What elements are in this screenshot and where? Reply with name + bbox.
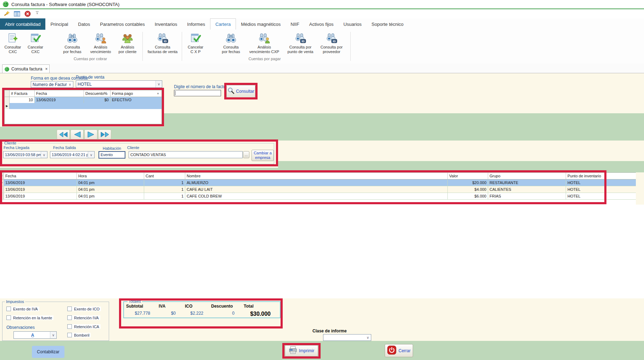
column-header-forma-pago[interactable]: Forma pago: [111, 90, 157, 97]
column-header-valor[interactable]: Valor: [448, 173, 488, 179]
ribbon-button-analisis-vencimiento-cxp[interactable]: Análisis vencimiento CXP: [246, 31, 283, 57]
observaciones-select[interactable]: A̲ ∨: [13, 331, 57, 339]
tab-medios-magneticos[interactable]: Médios magnéticos: [236, 18, 286, 30]
tab-niif[interactable]: NIIF: [286, 18, 304, 30]
invoice-grid[interactable]: # Factura Fecha Descuento% Forma pago ▲ …: [4, 90, 162, 124]
detail-row[interactable]: 13/06/2019 04:01 pm 1 CAFE COLD BREW $6.…: [0, 193, 636, 200]
ribbon-group-divider: [350, 32, 351, 61]
checkbox-retencion-en-la-fuente[interactable]: Retención en la fuente: [6, 315, 53, 320]
tab-datos[interactable]: Datos: [73, 18, 95, 30]
invoice-row-empty[interactable]: ▶: [5, 103, 162, 109]
column-header-punto[interactable]: Punto de inventario: [566, 173, 635, 179]
tab-usuarios[interactable]: Usuarios: [338, 18, 366, 30]
fecha-llegada-picker[interactable]: 13/06/2019 03:58 pm ∨: [3, 151, 47, 158]
chevron-down-icon: ∨: [50, 332, 56, 338]
ribbon-button-analisis-vencimiento[interactable]: Análisis vencimiento: [86, 31, 115, 57]
ribbon-group-label-cuentas-por-pagar: Cuentas por pagar: [235, 57, 295, 61]
cliente-browse-button[interactable]: ...: [243, 151, 249, 158]
ribbon-button-consulta-facturas-de-venta[interactable]: ID Consulta facturas de venta: [144, 31, 181, 57]
detail-row[interactable]: 13/06/2019 04:01 pm 1 CAFE AU LAIT $4.00…: [0, 186, 636, 193]
text-caret: [175, 91, 175, 95]
detail-table[interactable]: ✳ Fecha Hora Cant Nombre Valor Grupo Pun…: [0, 172, 636, 205]
ribbon-button-cancelar-cxc[interactable]: Cancelar CXC: [25, 31, 46, 57]
detail-row[interactable]: ▶ 13/06/2019 04:01 pm 1 ALMUERZO $20.000…: [0, 179, 636, 186]
habitacion-input[interactable]: Evento: [98, 151, 125, 159]
totales-group-label: Totales: [128, 299, 142, 303]
column-header-nombre[interactable]: Nombre: [185, 173, 448, 179]
title-bar: Consulta factura - Software contable (SO…: [0, 0, 644, 9]
column-header-hora[interactable]: Hora: [77, 173, 144, 179]
sort-asc-icon[interactable]: ▲: [157, 90, 162, 97]
checkbox-bomberil[interactable]: Bomberil: [67, 333, 91, 337]
tab-informes[interactable]: Informes: [182, 18, 210, 30]
tab-abrir-contabilidad[interactable]: Abrir contabilidad: [0, 18, 45, 30]
ribbon: Consultar CXC Cancelar CXC Consulta por …: [0, 30, 644, 64]
document-tab-bar: Consulta factura ×: [0, 64, 644, 73]
consultar-button[interactable]: Consultar: [226, 85, 255, 98]
ribbon-button-analisis-por-cliente[interactable]: Análisis por cliente: [114, 31, 141, 57]
cerrar-button[interactable]: Cerrar: [385, 344, 413, 357]
ribbon-button-consulta-por-fechas-cxp[interactable]: Consulta por fechas: [218, 31, 244, 57]
binoculars-icon: [66, 31, 78, 44]
checkbox-retencion-ica[interactable]: Retención ICA: [67, 324, 101, 329]
column-header-descuento[interactable]: Descuento%: [84, 90, 111, 97]
checkbox-icon: [67, 315, 72, 320]
cliente-group-label: Cliente: [3, 141, 17, 145]
ribbon-button-consulta-por-proveedor[interactable]: ID Consulta por proveedor: [315, 31, 348, 57]
tab-principal[interactable]: Principal: [45, 18, 73, 30]
invoice-row[interactable]: 10 13/06/2019 $0 EFECTIVO: [5, 97, 162, 103]
checkbox-exento-de-ico[interactable]: Exento de ICO: [67, 307, 101, 311]
invoice-number-input[interactable]: [174, 90, 221, 96]
text-a-icon: A̲: [14, 333, 50, 338]
printer-icon: [289, 346, 297, 355]
column-header-grupo[interactable]: Grupo: [488, 173, 566, 179]
ribbon-button-consulta-por-fechas-cxc[interactable]: Consulta por fechas: [59, 31, 86, 57]
checkbox-exento-de-iva[interactable]: Exento de IVA: [6, 307, 39, 311]
column-header-fecha[interactable]: Fecha: [35, 90, 84, 97]
next-record-button[interactable]: [84, 130, 97, 139]
close-tab-icon[interactable]: ×: [45, 67, 47, 72]
tab-activos-fijos[interactable]: Activos fijos: [304, 18, 339, 30]
previous-record-button[interactable]: [70, 130, 84, 139]
calendar-icon[interactable]: [13, 10, 21, 17]
habitacion-label: Habitación: [103, 146, 121, 150]
ribbon-button-label: Consultar CXC: [4, 45, 21, 54]
punto-venta-select[interactable]: HOTEL ∨: [76, 80, 162, 88]
imprimir-button-label: Imprimir: [299, 348, 314, 353]
ribbon-button-consultar-cxc[interactable]: Consultar CXC: [2, 31, 23, 57]
consult-mode-select[interactable]: Numero de Factura ∨: [31, 81, 73, 88]
close-red-icon[interactable]: [24, 10, 31, 17]
clase-informe-select[interactable]: ∨: [323, 334, 371, 341]
ribbon-button-consulta-por-punto-de-venta[interactable]: ID Consulta por punto de venta: [283, 31, 317, 57]
first-record-button[interactable]: [57, 130, 70, 139]
imprimir-button[interactable]: Imprimir: [285, 345, 318, 356]
tab-cartera[interactable]: Cartera: [210, 18, 236, 30]
ribbon-button-cancelar-cxp[interactable]: Cancelar C X P: [184, 31, 207, 57]
customize-toolbar-icon[interactable]: ∨: [35, 11, 40, 16]
tab-soporte-tecnico[interactable]: Soporte técnico: [367, 18, 408, 30]
document-tab-consulta-factura[interactable]: Consulta factura ×: [2, 64, 50, 73]
ribbon-button-label: Análisis por cliente: [119, 45, 137, 54]
last-record-button[interactable]: [98, 130, 111, 139]
fecha-salida-label: Fecha Salida: [53, 145, 76, 150]
window-check-icon: [30, 31, 41, 44]
fecha-salida-picker[interactable]: 13/06/2019 4:02:21 p. ∨: [50, 151, 95, 158]
cambiar-empresa-button[interactable]: Cambiar a empresa: [252, 150, 274, 161]
ribbon-button-label: Consulta por punto de venta: [288, 45, 313, 54]
binoculars-id-icon: ID: [157, 31, 169, 44]
wizard-icon[interactable]: [3, 10, 10, 17]
tab-inventarios[interactable]: Inventarios: [150, 18, 182, 30]
people-group-icon: [122, 31, 134, 44]
ribbon-button-label: Consulta por proveedor: [321, 45, 343, 54]
total-ico: ICO $2.222: [185, 304, 203, 316]
tab-parametros-contables[interactable]: Parametros contables: [95, 18, 149, 30]
checkbox-retencion-iva[interactable]: Retención IVA: [67, 315, 100, 320]
row-selector-header: ✳: [0, 173, 4, 179]
column-header-fecha[interactable]: Fecha: [4, 173, 77, 179]
column-header-cant[interactable]: Cant: [144, 173, 185, 179]
cliente-input[interactable]: CONTADO VENTAS: [129, 151, 243, 158]
green-band: [164, 113, 644, 141]
chevron-down-icon: ∨: [67, 81, 73, 87]
contabilizar-button[interactable]: Contabilizar: [32, 346, 64, 358]
column-header-factura[interactable]: # Factura: [10, 90, 35, 97]
